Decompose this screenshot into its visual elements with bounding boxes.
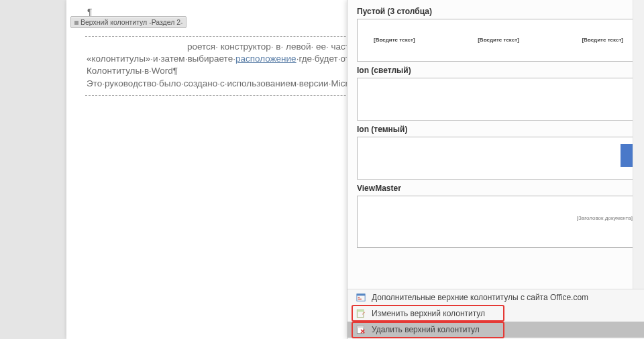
menu-delete-label: Удалить верхний колонтитул (372, 325, 480, 334)
header-gallery-dropdown: Пустой (3 столбца) [Введите текст] [Введ… (347, 0, 644, 339)
menu-edit-label: Изменить верхний колонтитул (372, 309, 485, 318)
viewmaster-placeholder: [Заголовок документа] (577, 215, 633, 221)
header-section-badge-label: Верхний колонтитул -Раздел 2- (80, 18, 183, 26)
menu-edit-header[interactable]: Изменить верхний колонтитул (347, 306, 644, 322)
col-placeholder-3: [Введите текст] (582, 37, 623, 43)
menu-more-office[interactable]: Дополнительные верхние колонтитулы с сай… (347, 289, 644, 306)
gallery-section-ion-dark: Ion (темный) (357, 125, 644, 134)
menu-delete-header[interactable]: Удалить верхний колонтитул (347, 322, 644, 338)
gallery-item-ion-light[interactable] (357, 78, 640, 121)
header-section-badge[interactable]: Верхний колонтитул -Раздел 2- (70, 16, 186, 28)
office-icon (356, 292, 366, 303)
gallery-section-viewmaster: ViewMaster (357, 184, 644, 193)
svg-rect-6 (357, 310, 364, 312)
gallery-section-empty-3col: Пустой (3 столбца) (357, 7, 644, 16)
gallery-section-ion-light: Ion (светлый) (357, 66, 644, 75)
body-line-2b: ·где·будет·ото (297, 54, 355, 64)
header-gallery: Пустой (3 столбца) [Введите текст] [Введ… (347, 0, 644, 289)
gallery-item-empty-3col[interactable]: [Введите текст] [Введите текст] [Введите… (357, 19, 640, 62)
delete-header-icon (356, 324, 366, 335)
gallery-menu: Дополнительные верхние колонтитулы с сай… (347, 289, 644, 339)
body-line-1: роется· конструктор· в· левой· ее· част (187, 42, 350, 52)
svg-rect-0 (74, 21, 78, 25)
link-location[interactable]: расположение (235, 54, 297, 64)
gallery-scrollbar[interactable] (633, 0, 644, 289)
badge-dot-icon (74, 20, 79, 25)
edit-header-icon (356, 308, 366, 319)
body-line-2a: «колонтитулы»·и·затем·выбираете· (87, 54, 235, 64)
svg-rect-2 (357, 294, 365, 296)
gallery-item-viewmaster[interactable]: [Заголовок документа] (357, 196, 640, 248)
col-placeholder-1: [Введите текст] (374, 37, 415, 43)
svg-rect-3 (358, 297, 360, 297)
gallery-item-ion-dark[interactable] (357, 137, 640, 180)
menu-more-label: Дополнительные верхние колонтитулы с сай… (372, 293, 588, 302)
svg-rect-8 (357, 326, 364, 328)
svg-rect-4 (358, 299, 362, 299)
col-placeholder-2: [Введите текст] (478, 37, 519, 43)
